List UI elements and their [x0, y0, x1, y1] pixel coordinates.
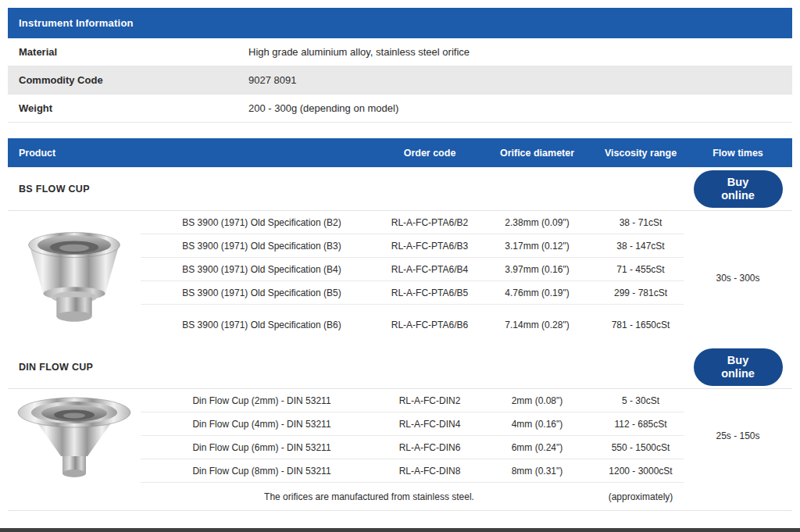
group-body-din-flow-cup: 25s - 150s Din Flow Cup (2mm) - DIN 5321…	[8, 389, 792, 483]
product-name: BS 3900 (1971) Old Specification (B6)	[141, 305, 383, 345]
info-label-material: Material	[8, 39, 248, 65]
column-header-viscosity-range: Viscosity range	[598, 148, 684, 159]
product-name: BS 3900 (1971) Old Specification (B3)	[141, 234, 383, 258]
orifice-diameter: 4.76mm (0.19")	[477, 281, 598, 305]
orifice-diameter: 3.97mm (0.16")	[477, 258, 598, 281]
instrument-info-title: Instrument Information	[19, 17, 134, 29]
flow-times-din: 25s - 150s	[684, 389, 792, 483]
column-header-flow-times: Flow times	[684, 148, 792, 159]
product-name: BS 3900 (1971) Old Specification (B2)	[141, 211, 383, 234]
order-code: RL-A-FC-DIN6	[383, 436, 477, 459]
din-flow-cup-photo-icon	[16, 391, 133, 481]
buy-online-wrap-bs: Buy online	[684, 170, 792, 208]
orifice-diameter: 4mm (0.16")	[477, 412, 598, 436]
bs-flow-cup-image	[8, 211, 141, 345]
group-title-bs-flow-cup: BS FLOW CUP Buy online	[8, 167, 792, 211]
viscosity-range: 299 - 781cSt	[598, 281, 684, 305]
product-name: Din Flow Cup (2mm) - DIN 53211	[141, 389, 383, 412]
group-title-din-flow-cup: DIN FLOW CUP Buy online	[8, 345, 792, 389]
buy-online-button-bs[interactable]: Buy online	[694, 170, 783, 208]
viscosity-range: 781 - 1650cSt	[598, 305, 684, 345]
info-row-weight: Weight 200 - 300g (depending on model)	[8, 95, 792, 123]
order-code: RL-A-FC-DIN8	[383, 459, 477, 483]
product-name: BS 3900 (1971) Old Specification (B5)	[141, 281, 383, 305]
info-label-commodity-code: Commodity Code	[8, 67, 248, 93]
column-header-product: Product	[8, 148, 383, 159]
approximately-note: (approximately)	[598, 483, 684, 510]
order-code: RL-A-FC-DIN4	[383, 412, 477, 436]
column-header-orifice-diameter: Orifice diameter	[477, 148, 598, 159]
order-code: RL-A-FC-PTA6/B3	[383, 234, 477, 258]
viscosity-range: 112 - 685cSt	[598, 412, 684, 436]
viscosity-range: 71 - 455cSt	[598, 258, 684, 281]
info-value-material: High grade aluminium alloy, stainless st…	[248, 39, 792, 65]
orifice-diameter: 2mm (0.08")	[477, 389, 598, 412]
product-name: BS 3900 (1971) Old Specification (B4)	[141, 258, 383, 281]
group-name-bs-flow-cup: BS FLOW CUP	[8, 184, 90, 195]
group-name-din-flow-cup: DIN FLOW CUP	[8, 362, 93, 373]
orifice-diameter: 7.14mm (0.28")	[477, 305, 598, 345]
orifice-diameter: 2.38mm (0.09")	[477, 211, 598, 234]
buy-online-button-din[interactable]: Buy online	[694, 348, 783, 386]
orifice-diameter: 8mm (0.31")	[477, 459, 598, 483]
orifice-diameter: 6mm (0.24")	[477, 436, 598, 459]
orifice-note: The orifices are manufactured from stain…	[141, 483, 598, 510]
viscosity-range: 1200 - 3000cSt	[598, 459, 684, 483]
flow-times-bs: 30s - 300s	[684, 211, 792, 345]
group-body-bs-flow-cup: 30s - 300s BS 3900 (1971) Old Specificat…	[8, 211, 792, 345]
order-code: RL-A-FC-PTA6/B5	[383, 281, 477, 305]
info-row-commodity-code: Commodity Code 9027 8091	[8, 66, 792, 95]
product-table-header: Product Order code Orifice diameter Visc…	[8, 138, 792, 167]
product-table: Product Order code Orifice diameter Visc…	[8, 138, 792, 511]
content: Instrument Information Material High gra…	[8, 8, 792, 511]
column-header-order-code: Order code	[383, 148, 477, 159]
bs-flow-cup-photo-icon	[23, 220, 126, 337]
order-code: RL-A-FC-PTA6/B4	[383, 258, 477, 281]
info-row-material: Material High grade aluminium alloy, sta…	[8, 38, 792, 66]
page: Instrument Information Material High gra…	[0, 0, 800, 532]
orifice-diameter: 3.17mm (0.12")	[477, 234, 598, 258]
info-label-weight: Weight	[8, 95, 248, 121]
order-code: RL-A-FC-DIN2	[383, 389, 477, 412]
din-flow-cup-image	[8, 389, 141, 483]
buy-online-wrap-din: Buy online	[684, 348, 792, 386]
order-code: RL-A-FC-PTA6/B2	[383, 211, 477, 234]
instrument-info-table: Instrument Information Material High gra…	[8, 8, 792, 123]
product-name: Din Flow Cup (8mm) - DIN 53211	[141, 459, 383, 483]
instrument-info-header: Instrument Information	[8, 8, 792, 38]
viscosity-range: 5 - 30cSt	[598, 389, 684, 412]
viscosity-range: 38 - 147cSt	[598, 234, 684, 258]
viscosity-range: 38 - 71cSt	[598, 211, 684, 234]
order-code: RL-A-FC-PTA6/B6	[383, 305, 477, 345]
info-value-commodity-code: 9027 8091	[248, 67, 792, 93]
product-table-footer: The orifices are manufactured from stain…	[8, 483, 792, 511]
info-value-weight: 200 - 300g (depending on model)	[248, 95, 792, 121]
bottom-bar	[0, 528, 800, 532]
product-name: Din Flow Cup (4mm) - DIN 53211	[141, 412, 383, 436]
viscosity-range: 550 - 1500cSt	[598, 436, 684, 459]
product-name: Din Flow Cup (6mm) - DIN 53211	[141, 436, 383, 459]
